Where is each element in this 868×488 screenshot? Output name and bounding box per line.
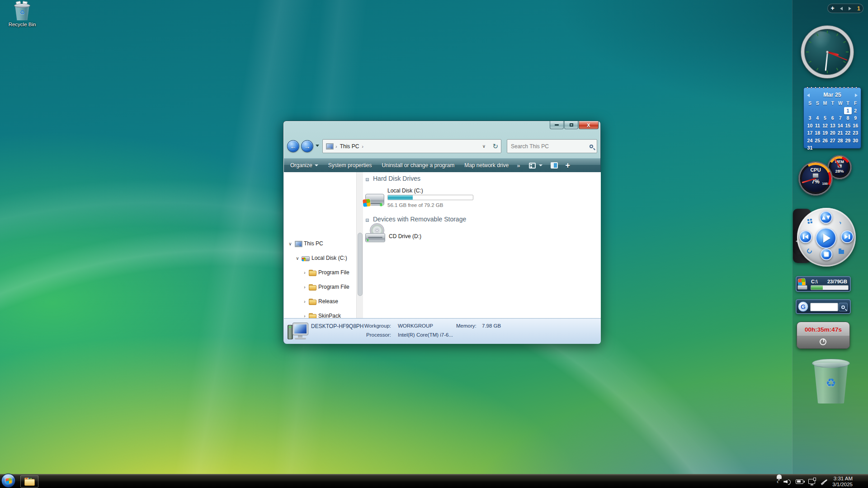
breadcrumb[interactable]: This PC [340, 143, 359, 150]
media-control-gadget[interactable]: › [797, 208, 856, 267]
calendar-day-selected[interactable]: 1 [844, 107, 852, 115]
drive-usage: 23/79GB [827, 279, 847, 284]
view-dropdown-icon[interactable] [539, 164, 542, 166]
gadget-search-button[interactable] [839, 303, 848, 311]
tree-label: Program File [318, 269, 349, 276]
change-view-button[interactable] [529, 163, 536, 169]
power-icon[interactable] [820, 338, 826, 345]
next-page-icon[interactable] [849, 7, 851, 10]
crumb-separator[interactable]: › [362, 144, 363, 149]
explorer-window: X ← → › This PC › ∨ ↻ Organize System pr… [283, 121, 601, 344]
back-button[interactable]: ← [287, 140, 299, 152]
eject-arrow-icon[interactable]: › [838, 219, 842, 226]
minimize-button[interactable] [550, 121, 564, 129]
folder-icon [309, 313, 316, 318]
calendar-gadget[interactable]: Mar 25 S S M T W T F 1 2 3 4 5 6 7 8 9 1… [803, 87, 861, 149]
uninstall-program-button[interactable]: Uninstall or change a program [382, 162, 454, 169]
memory-label: Memory: [456, 323, 476, 328]
search-box[interactable] [507, 139, 597, 153]
search-gadget[interactable]: G [796, 299, 851, 314]
calendar-day: 20 [829, 129, 836, 137]
calendar-grid: S S M T W T F 1 2 3 4 5 6 7 8 9 10 11 12… [806, 99, 859, 152]
timer-gadget[interactable]: 00h:35m:47s [797, 322, 850, 349]
calendar-month: Mar 25 [804, 92, 861, 98]
close-button[interactable]: X [579, 121, 599, 129]
clock-gadget[interactable] [801, 26, 854, 78]
desktop-icon-recycle-bin[interactable]: ♻ Recycle Bin [5, 3, 40, 27]
address-bar[interactable]: › This PC › ∨ ↻ [322, 139, 501, 153]
taskbar-clock[interactable]: 3:31 AM 3/1/2025 [832, 476, 853, 488]
cd-drive-icon[interactable] [364, 223, 386, 244]
taskbar-file-explorer-button[interactable] [20, 475, 38, 488]
taskbar: ‹ 3:31 AM 3/1/2025 [0, 474, 868, 488]
calendar-day [829, 144, 836, 152]
playlist-grid-icon[interactable] [807, 219, 810, 221]
file-explorer-icon [24, 478, 34, 485]
history-dropdown-icon[interactable] [316, 145, 319, 147]
recycle-bin-gadget[interactable]: ♻ [811, 357, 851, 405]
tree-item-skinpack[interactable]: › SkinPack [302, 311, 341, 318]
battery-icon[interactable] [796, 479, 803, 484]
refresh-icon[interactable]: ↻ [492, 142, 498, 150]
calendar-day: 31 [806, 144, 814, 152]
maximize-button[interactable] [564, 121, 578, 129]
calendar-day: 13 [829, 122, 836, 130]
cd-drive-name[interactable]: CD Drive (D:) [389, 233, 421, 239]
next-track-button[interactable] [841, 230, 854, 243]
group-collapse-icon[interactable] [366, 178, 369, 181]
help-button[interactable]: + [565, 161, 570, 170]
add-gadget-button[interactable]: + [830, 5, 834, 12]
preview-pane-button[interactable] [551, 162, 558, 169]
tree-item-release[interactable]: › Release [302, 296, 338, 306]
expander-icon[interactable]: ∨ [288, 241, 293, 246]
calendar-day [829, 107, 836, 115]
search-icon [590, 145, 593, 148]
group-collapse-icon[interactable] [366, 219, 369, 222]
calendar-day: 27 [829, 137, 836, 145]
drive-free-space: 56.1 GB free of 79.2 GB [387, 202, 443, 208]
address-dropdown-icon[interactable]: ∨ [481, 144, 486, 149]
cpu-gauge-gadget[interactable]: CPU 7% 100 [798, 161, 833, 196]
drive-usage-bar [811, 285, 849, 290]
expander-icon[interactable]: › [302, 299, 307, 304]
toolbar-overflow-button[interactable]: » [517, 162, 520, 169]
tree-label: Program File [318, 284, 349, 290]
tree-item-program-files[interactable]: › Program File [302, 267, 349, 277]
volume-icon[interactable] [783, 479, 791, 484]
tree-item-local-disk[interactable]: ∨ Local Disk (C:) [295, 253, 347, 263]
pen-slash-icon[interactable] [820, 479, 827, 485]
gadget-search-input[interactable] [810, 303, 838, 311]
tree-item-this-pc[interactable]: ∨ This PC [288, 239, 323, 249]
previous-track-button[interactable] [799, 230, 812, 243]
repeat-icon[interactable] [806, 248, 813, 254]
shuffle-button[interactable] [820, 211, 832, 224]
open-folder-icon[interactable] [839, 250, 844, 254]
notifications-bell-icon[interactable] [858, 479, 863, 484]
stop-button[interactable] [821, 249, 832, 260]
calendar-day: 12 [821, 122, 829, 130]
organize-button[interactable]: Organize [290, 162, 318, 169]
expander-icon[interactable]: ∨ [295, 256, 300, 261]
scrollbar-thumb[interactable] [358, 233, 363, 296]
start-button[interactable] [1, 474, 15, 488]
calendar-day: 26 [821, 137, 829, 145]
prev-page-icon[interactable] [840, 7, 843, 10]
search-input[interactable] [511, 143, 590, 150]
expander-icon[interactable]: › [302, 285, 307, 290]
play-button[interactable] [816, 228, 836, 249]
group-header-hdd[interactable]: Hard Disk Drives [373, 175, 420, 182]
drive-meter-gadget[interactable]: C:\ 23/79GB [796, 276, 851, 292]
tree-scrollbar[interactable] [356, 172, 363, 318]
expander-icon[interactable]: › [302, 270, 307, 275]
system-properties-button[interactable]: System properties [328, 162, 372, 169]
forward-button[interactable]: → [301, 140, 313, 152]
display-network-icon[interactable] [808, 479, 815, 484]
calendar-day: 21 [836, 129, 844, 137]
drive-name[interactable]: Local Disk (C:) [387, 188, 423, 194]
map-network-drive-button[interactable]: Map network drive [464, 162, 509, 169]
day-header: S [814, 99, 821, 107]
local-disk-icon[interactable] [363, 191, 385, 210]
tree-item-program-files-x86[interactable]: › Program File [302, 282, 349, 292]
group-header-removable[interactable]: Devices with Removable Storage [373, 216, 466, 223]
expander-icon[interactable]: › [302, 314, 307, 319]
